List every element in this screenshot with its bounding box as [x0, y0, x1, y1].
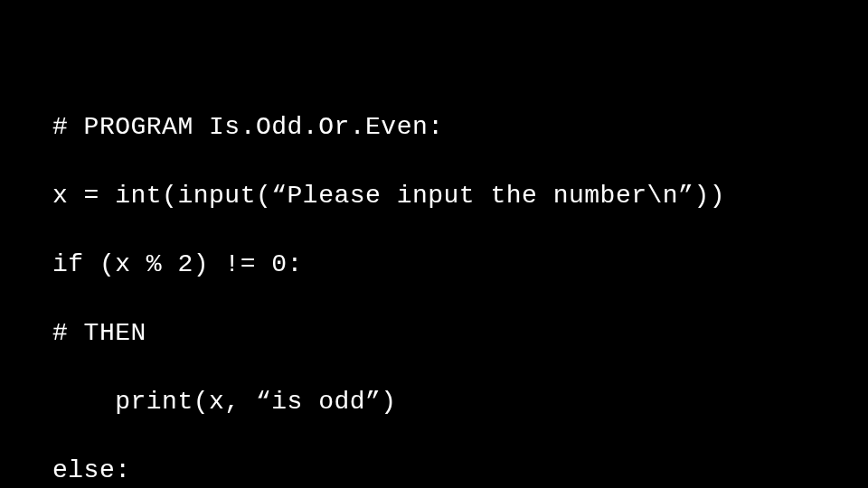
- code-line: # THEN: [52, 316, 725, 351]
- code-block: # PROGRAM Is.Odd.Or.Even: x = int(input(…: [52, 76, 725, 488]
- code-line: else:: [52, 454, 725, 488]
- code-line: # PROGRAM Is.Odd.Or.Even:: [52, 110, 725, 145]
- code-line: if (x % 2) != 0:: [52, 248, 725, 282]
- code-line: print(x, “is odd”): [52, 385, 725, 419]
- code-line: x = int(input(“Please input the number\n…: [52, 179, 725, 213]
